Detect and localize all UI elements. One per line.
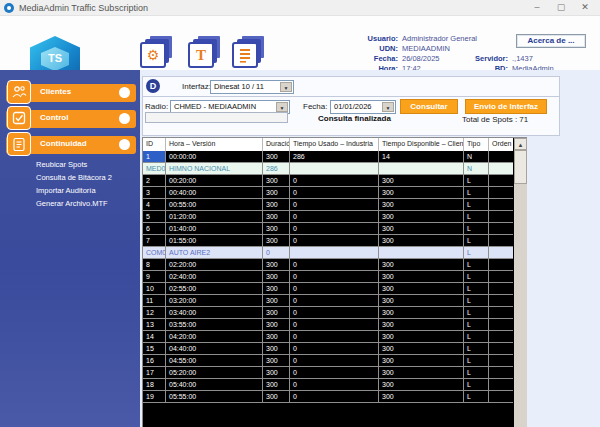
table-row[interactable]: 1303:55:003000300L (143, 319, 513, 331)
table-cell: 0 (290, 295, 379, 307)
table-cell (489, 295, 513, 307)
table-cell: L (464, 295, 489, 307)
table-cell: 300 (379, 367, 464, 379)
table-cell: 300 (263, 319, 290, 331)
table-row[interactable]: 601:40:003000300L (143, 223, 513, 235)
table-cell: 11 (143, 295, 166, 307)
sidebar-item-label: Control (40, 113, 68, 122)
table-row[interactable]: 1604:55:003000300L (143, 355, 513, 367)
table-cell: 300 (263, 271, 290, 283)
consultar-button[interactable]: Consultar (400, 99, 458, 114)
table-cell: 0 (290, 367, 379, 379)
table-row[interactable]: 300:40:003000300L (143, 187, 513, 199)
sidebar-item-control[interactable]: Control (6, 108, 136, 128)
fecha-select[interactable]: 01/01/2026 ▼ (330, 100, 396, 114)
table-row[interactable]: 1002:55:003000300L (143, 283, 513, 295)
table-cell: 05:40:00 (166, 379, 263, 391)
table-row[interactable]: 1404:20:003000300L (143, 331, 513, 343)
column-header[interactable]: Tipo (464, 138, 489, 151)
sidebar-item-continuidad[interactable]: Continuidad (6, 134, 136, 154)
vertical-scrollbar[interactable]: ▲ ▼ (514, 138, 527, 427)
title-bar: MediaAdmin Traffic Subscription – ▢ ✕ (0, 0, 600, 16)
table-row[interactable]: 1504:40:003000300L (143, 343, 513, 355)
table-cell (489, 259, 513, 271)
table-cell: L (464, 271, 489, 283)
table-cell: 300 (379, 379, 464, 391)
interfaz-select[interactable]: Dinesat 10 / 11 ▼ (210, 80, 294, 94)
spots-table: IDHora – VersiónDuraciónTiempo Usado – I… (142, 137, 527, 427)
table-cell: 300 (379, 175, 464, 187)
table-cell: 0 (290, 355, 379, 367)
info-label: Usuario: (368, 34, 398, 43)
table-cell: 5 (143, 211, 166, 223)
column-header[interactable]: Orden (489, 138, 513, 151)
minimize-button[interactable]: – (526, 1, 548, 14)
progress-bar (145, 112, 288, 123)
close-button[interactable]: ✕ (574, 1, 596, 14)
table-row[interactable]: 1805:40:003000300L (143, 379, 513, 391)
table-cell (489, 199, 513, 211)
table-cell: 300 (263, 223, 290, 235)
table-row[interactable]: 802:20:003000300L (143, 259, 513, 271)
sidebar-link[interactable]: Generar Archivo.MTF (8, 197, 134, 210)
table-cell: 14 (379, 151, 464, 163)
chevron-down-icon[interactable]: ▼ (280, 82, 292, 92)
sidebar-link[interactable]: Reubicar Spots (8, 158, 134, 171)
table-cell: 03:20:00 (166, 295, 263, 307)
table-row[interactable]: 701:55:003000300L (143, 235, 513, 247)
table-row[interactable]: 1705:20:003000300L (143, 367, 513, 379)
table-cell (489, 319, 513, 331)
table-cell (489, 187, 513, 199)
table-row[interactable]: MED0...HIMNO NACIONAL286N (143, 163, 513, 175)
table-row[interactable]: 1103:20:003000300L (143, 295, 513, 307)
table-cell: 300 (263, 379, 290, 391)
status-text: Consulta finalizada (318, 114, 391, 123)
window-title: MediaAdmin Traffic Subscription (19, 3, 148, 13)
about-button[interactable]: Acerca de ... (516, 34, 586, 48)
table-cell (489, 235, 513, 247)
table-row[interactable]: 100:00:0030028614N (143, 151, 513, 163)
table-cell: 02:40:00 (166, 271, 263, 283)
check-icon (7, 106, 31, 130)
table-row[interactable]: COM0...AUTO AIRE20L (143, 247, 513, 259)
table-cell: L (464, 223, 489, 235)
table-row[interactable]: 501:20:003000300L (143, 211, 513, 223)
table-cell (489, 331, 513, 343)
table-cell: 300 (379, 283, 464, 295)
interfaz-label: Interfaz: (182, 82, 211, 91)
column-header[interactable]: Duración (263, 138, 290, 151)
table-cell: 0 (290, 391, 379, 403)
table-cell: COM0... (143, 247, 166, 259)
column-header[interactable]: Tiempo Usado – Industria (290, 138, 379, 151)
table-cell: 1 (143, 151, 166, 163)
chevron-down-icon[interactable]: ▼ (276, 102, 288, 112)
scroll-up-icon[interactable]: ▲ (514, 138, 527, 150)
info-value-usuario: Administrador General (402, 34, 477, 43)
sidebar-item-clientes[interactable]: Clientes (6, 82, 136, 102)
table-cell: 300 (263, 175, 290, 187)
table-row[interactable]: 400:55:003000300L (143, 199, 513, 211)
table-row[interactable]: 902:40:003000300L (143, 271, 513, 283)
table-cell: 286 (290, 151, 379, 163)
sidebar-link[interactable]: Importar Auditoría (8, 184, 134, 197)
chevron-down-icon[interactable]: ▼ (382, 102, 394, 112)
table-cell: 04:55:00 (166, 355, 263, 367)
envio-interfaz-button[interactable]: Envio de Interfaz (465, 99, 547, 114)
table-row[interactable]: 1905:55:003000300L (143, 391, 513, 403)
table-cell: 0 (290, 319, 379, 331)
table-cell: AUTO AIRE2 (166, 247, 263, 259)
table-cell: 300 (379, 307, 464, 319)
column-header[interactable]: Hora – Versión (166, 138, 263, 151)
scrollbar-thumb[interactable] (514, 150, 527, 184)
app-logo-text: TS (41, 52, 69, 64)
column-header[interactable]: Tiempo Disponible – Cliente (379, 138, 464, 151)
column-header[interactable]: ID (143, 138, 166, 151)
table-cell: 03:55:00 (166, 319, 263, 331)
table-row[interactable]: 1203:40:003000300L (143, 307, 513, 319)
maximize-button[interactable]: ▢ (550, 1, 572, 14)
sidebar-link[interactable]: Consulta de Bitácora 2 (8, 171, 134, 184)
controls-separator (142, 96, 560, 97)
table-cell: 300 (379, 331, 464, 343)
table-cell: 300 (379, 391, 464, 403)
table-row[interactable]: 200:20:003000300L (143, 175, 513, 187)
